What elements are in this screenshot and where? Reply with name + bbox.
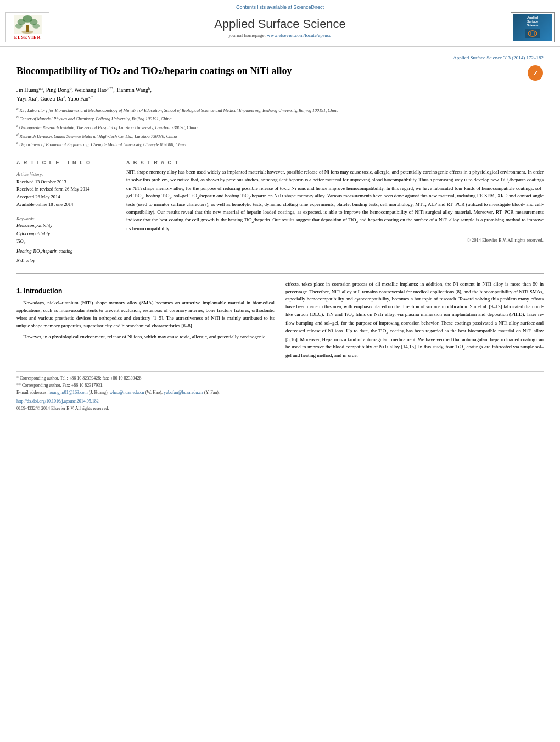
journal-logo-inner: AppliedSurfaceScience (513, 14, 552, 41)
article-info-abstract-row: A R T I C L E I N F O Article history: R… (16, 160, 544, 265)
svg-point-7 (21, 31, 33, 34)
affiliation-b: b Center of Material Physics and Chemist… (16, 114, 544, 122)
footer-issn: 0169-4332/© 2014 Elsevier B.V. All right… (16, 405, 544, 412)
copyright: © 2014 Elsevier B.V. All rights reserved… (126, 237, 544, 243)
elsevier-logo: ELSEVIER (5, 12, 49, 42)
article-info-label: A R T I C L E I N F O (16, 160, 115, 165)
crossmark-logo: ✓ (527, 65, 544, 81)
keyword-3: TiO2 (16, 237, 115, 247)
keywords-label: Keywords: (16, 216, 115, 221)
keyword-5: NiTi alloy (16, 256, 115, 264)
body-divider (16, 273, 544, 274)
footer-email: E-mail addresses: huangjin81@163.com (J.… (16, 389, 544, 397)
keyword-2: Cytocompatibility (16, 230, 115, 237)
affiliations: a Key Laboratory for Biomechanics and Me… (16, 106, 544, 148)
affiliation-d: d Research Division, Gansu Seemine Mater… (16, 132, 544, 140)
intro-para2: However, in a physiological environment,… (16, 333, 275, 341)
affiliation-c: c Orthopaedic Research Institute, The Se… (16, 123, 544, 131)
journal-logo-right: AppliedSurfaceScience (511, 12, 555, 42)
elsevier-tree-icon (13, 15, 43, 34)
affiliation-e: e Department of Biomedical Engineering, … (16, 140, 544, 148)
journal-top-bar: Contents lists available at ScienceDirec… (0, 4, 560, 10)
svg-text:✓: ✓ (533, 70, 538, 77)
doi-link[interactable]: http://dx.doi.org/10.1016/j.apsusc.2014.… (16, 399, 99, 404)
body-col-left: 1. Introduction Nowadays, nickel–titaniu… (16, 281, 275, 363)
received-date: Received 13 October 2013 (16, 178, 115, 186)
keyword-1: Hemocompatibility (16, 221, 115, 229)
accepted-date: Accepted 26 May 2014 (16, 193, 115, 201)
article-title-row: Biocompatibility of TiO₂ and TiO₂/hepari… (16, 65, 544, 81)
section1-title: 1. Introduction (16, 286, 275, 297)
body-col-right: effects, takes place in corrosion proces… (285, 281, 544, 363)
footer-note1: * Corresponding author. Tel.: +86 10 823… (16, 375, 544, 382)
footer-note2: ** Corresponding author. Fax: +86 10 823… (16, 382, 544, 389)
authors: Jin Huanga,e, Ping Dongb, Weichang Haob,… (16, 86, 544, 103)
history-label: Article history: (16, 171, 115, 178)
abstract-column: A B S T R A C T NiTi shape memory alloy … (126, 160, 544, 265)
intro-para3: effects, takes place in corrosion proces… (285, 281, 544, 360)
journal-homepage: journal homepage: www.elsevier.com/locat… (49, 32, 511, 38)
journal-header: Contents lists available at ScienceDirec… (0, 0, 560, 47)
journal-homepage-link[interactable]: www.elsevier.com/locate/apsusc (267, 32, 331, 38)
email-link-hao[interactable]: whao@nuaa.edu.cn (110, 390, 144, 395)
footer-doi: http://dx.doi.org/10.1016/j.apsusc.2014.… (16, 398, 544, 405)
abstract-label: A B S T R A C T (126, 160, 544, 165)
sciencedirect-link[interactable]: Contents lists available at ScienceDirec… (236, 4, 324, 10)
abstract-text: NiTi shape memory alloy has been used wi… (126, 169, 544, 233)
article-history: Article history: Received 13 October 201… (16, 169, 115, 208)
journal-name-center: Applied Surface Science journal homepage… (49, 17, 511, 38)
svg-rect-8 (525, 29, 540, 38)
elsevier-brand-label: ELSEVIER (14, 35, 41, 40)
keywords-block: Keywords: Hemocompatibility Cytocompatib… (16, 214, 115, 264)
email-link-huang[interactable]: huangjin81@163.com (49, 390, 88, 395)
intro-para1: Nowadays, nickel–titanium (NiTi) shape m… (16, 299, 275, 330)
article-info-column: A R T I C L E I N F O Article history: R… (16, 160, 115, 265)
revised-date: Received in revised form 26 May 2014 (16, 186, 115, 193)
available-date: Available online 18 June 2014 (16, 201, 115, 209)
journal-title-row: ELSEVIER Applied Surface Science journal… (0, 12, 560, 42)
citation-bar: Applied Surface Science 313 (2014) 172–1… (16, 55, 544, 60)
body-content: 1. Introduction Nowadays, nickel–titaniu… (16, 281, 544, 363)
email-link-fan[interactable]: yubofan@buaa.edu.cn (164, 390, 203, 395)
article-title: Biocompatibility of TiO₂ and TiO₂/hepari… (16, 65, 522, 77)
svg-point-5 (32, 24, 40, 29)
journal-logo-icon (525, 29, 540, 38)
article-footer: * Corresponding author. Tel.: +86 10 823… (16, 371, 544, 412)
affiliation-a: a Key Laboratory for Biomechanics and Me… (16, 106, 544, 114)
keyword-4: Heating TiO2/heparin coating (16, 247, 115, 257)
header-divider (16, 154, 544, 154)
journal-title: Applied Surface Science (49, 17, 511, 31)
article-container: Applied Surface Science 313 (2014) 172–1… (0, 47, 560, 423)
svg-point-4 (15, 24, 22, 29)
